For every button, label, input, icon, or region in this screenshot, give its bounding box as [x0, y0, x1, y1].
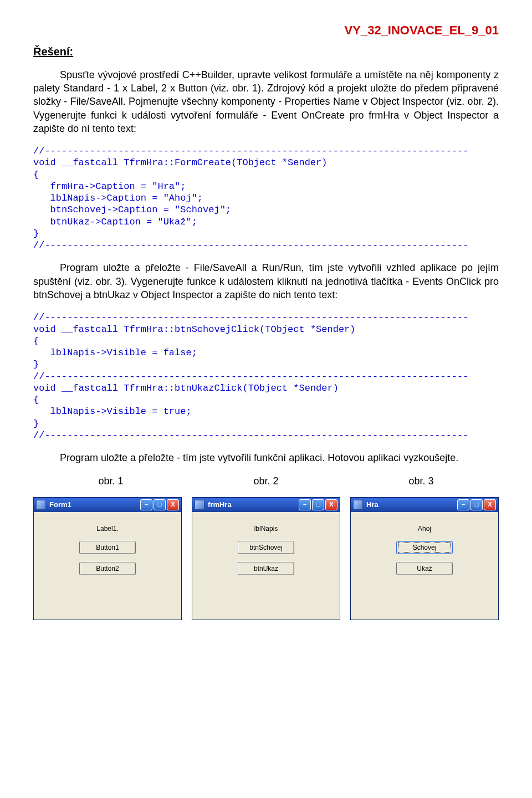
minimize-button[interactable]: – [299, 499, 311, 510]
titlebar-buttons: – □ X [299, 499, 337, 510]
button-btnukaz[interactable]: btnUkaz [238, 562, 294, 575]
maximize-button[interactable]: □ [154, 499, 166, 510]
figure-label-1: obr. 1 [33, 474, 188, 488]
figure-windows-row: Form1 – □ X Label1. Button1 Button2 frmH… [33, 497, 499, 620]
button-button1[interactable]: Button1 [79, 541, 136, 554]
button-ukaz[interactable]: Ukaž [396, 562, 453, 575]
titlebar-frmhra: frmHra – □ X [192, 498, 340, 512]
client-area: lblNapis btnSchovej btnUkaz [192, 512, 340, 620]
window-title: Form1 [49, 500, 140, 510]
code-block-1: //--------------------------------------… [33, 145, 499, 251]
header-code: VY_32_INOVACE_EL_9_01 [33, 22, 499, 39]
close-button[interactable]: X [484, 499, 496, 510]
label-lblnapis: lblNapis [198, 524, 334, 533]
titlebar-form1: Form1 – □ X [34, 498, 181, 512]
window-title: Hra [366, 500, 457, 510]
window-frmhra: frmHra – □ X lblNapis btnSchovej btnUkaz [192, 497, 340, 620]
titlebar-hra: Hra – □ X [351, 498, 498, 512]
close-button[interactable]: X [325, 499, 337, 510]
titlebar-buttons: – □ X [457, 499, 496, 510]
close-button[interactable]: X [167, 499, 179, 510]
paragraph-2: Program uložte a přeložte - File/SaveAll… [33, 261, 499, 301]
client-area: Label1. Button1 Button2 [34, 512, 181, 620]
app-icon [36, 500, 46, 510]
button-btnschovej[interactable]: btnSchovej [238, 541, 294, 554]
paragraph-1: Spusťte vývojové prostředí C++Builder, u… [33, 68, 499, 135]
button-button2[interactable]: Button2 [79, 562, 136, 575]
paragraph-3: Program uložte a přeložte - tím jste vyt… [33, 451, 499, 464]
maximize-button[interactable]: □ [470, 499, 483, 510]
figure-labels-row: obr. 1 obr. 2 obr. 3 [33, 474, 499, 493]
code-block-2: //--------------------------------------… [33, 311, 499, 441]
app-icon [195, 500, 204, 510]
app-icon [353, 500, 363, 510]
label-ahoj: Ahoj [356, 524, 493, 533]
client-area: Ahoj Schovej Ukaž [351, 512, 498, 620]
label-label1: Label1. [39, 524, 176, 533]
minimize-button[interactable]: – [457, 499, 469, 510]
section-title: Řešení: [33, 44, 499, 59]
window-hra: Hra – □ X Ahoj Schovej Ukaž [350, 497, 499, 620]
window-title: frmHra [208, 500, 299, 510]
minimize-button[interactable]: – [140, 499, 152, 510]
maximize-button[interactable]: □ [312, 499, 324, 510]
titlebar-buttons: – □ X [140, 499, 179, 510]
figure-label-2: obr. 2 [188, 474, 344, 488]
window-form1: Form1 – □ X Label1. Button1 Button2 [33, 497, 182, 620]
button-schovej[interactable]: Schovej [396, 541, 453, 554]
figure-label-3: obr. 3 [344, 474, 499, 488]
